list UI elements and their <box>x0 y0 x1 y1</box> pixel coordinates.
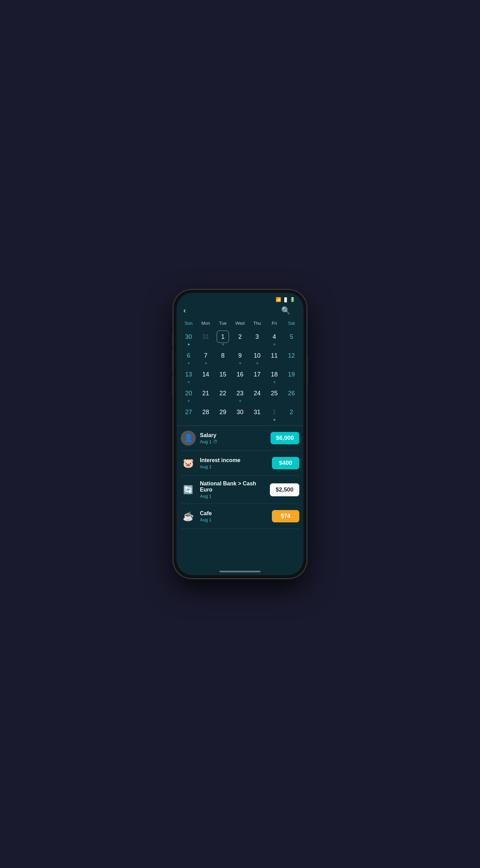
salary-amount[interactable]: $6,000 <box>271 432 299 444</box>
cal-day-number: 9 <box>234 349 246 362</box>
day-header-mon: Mon <box>197 319 214 327</box>
cal-day-0-3[interactable]: 2 <box>231 328 249 347</box>
status-icons: 📶 ▐▌ 🔋 <box>276 297 295 302</box>
day-header-sun: Sun <box>180 319 197 327</box>
cal-day-1-1[interactable]: 7 <box>197 347 214 366</box>
cal-day-1-6[interactable]: 12 <box>283 347 300 366</box>
cal-day-4-3[interactable]: 30 <box>231 404 249 423</box>
cal-day-3-1[interactable]: 21 <box>197 385 214 404</box>
cal-day-2-2[interactable]: 15 <box>214 366 231 385</box>
cal-day-number: 31 <box>251 406 263 418</box>
calendar-header: ‹ 🔍 <box>177 304 303 319</box>
cal-day-number: 8 <box>217 349 229 362</box>
cal-day-3-6[interactable]: 26 <box>283 385 300 404</box>
transfer-icon: 🔄 <box>181 482 196 497</box>
day-header-wed: Wed <box>231 319 249 327</box>
back-button[interactable]: ‹ <box>183 306 188 315</box>
cal-day-4-2[interactable]: 29 <box>214 404 231 423</box>
signal-icon: ▐▌ <box>283 297 288 302</box>
cal-day-number: 13 <box>182 368 195 381</box>
cal-day-2-3[interactable]: 16 <box>231 366 249 385</box>
day-header-sat: Sat <box>283 319 300 327</box>
cal-day-1-0[interactable]: 6 <box>180 347 197 366</box>
cal-day-1-5[interactable]: 11 <box>266 347 283 366</box>
cal-day-2-4[interactable]: 17 <box>249 366 266 385</box>
cal-day-0-5[interactable]: 4 <box>266 328 283 347</box>
cal-dot <box>256 362 258 364</box>
cal-day-3-2[interactable]: 22 <box>214 385 231 404</box>
cafe-name: Cafe <box>200 510 272 517</box>
salary-info: SalaryAug 1 ⏱ <box>200 432 271 444</box>
cal-dot <box>274 381 275 383</box>
cal-day-number: 21 <box>200 387 212 399</box>
cal-day-0-0[interactable]: 30 <box>180 328 197 347</box>
cal-day-number: 28 <box>200 406 212 418</box>
cal-dot <box>222 344 224 345</box>
cal-day-number: 5 <box>285 331 298 343</box>
interest-date: Aug 1 <box>200 464 272 469</box>
phone-screen: 📶 ▐▌ 🔋 ‹ 🔍 Sun Mon Tue Wed <box>177 293 303 575</box>
cal-day-number: 11 <box>268 349 280 362</box>
cal-day-number: 18 <box>268 368 280 381</box>
cal-dot <box>188 381 190 383</box>
cafe-amount[interactable]: $74 <box>272 510 299 522</box>
transaction-item-salary[interactable]: 👤SalaryAug 1 ⏱$6,000 <box>181 426 299 451</box>
wifi-icon: 📶 <box>276 297 281 302</box>
cafe-info: CafeAug 1 <box>200 510 272 522</box>
transfer-info: National Bank > Cash EuroAug 1 <box>200 481 270 499</box>
cal-day-3-4[interactable]: 24 <box>249 385 266 404</box>
cal-day-4-0[interactable]: 27 <box>180 404 197 423</box>
cal-dot <box>188 362 190 364</box>
status-bar: 📶 ▐▌ 🔋 <box>177 293 303 304</box>
cal-day-number: 2 <box>285 406 298 418</box>
cal-day-number: 2 <box>234 331 246 343</box>
clock-icon: ⏱ <box>213 439 217 444</box>
interest-amount[interactable]: $400 <box>272 457 299 469</box>
cal-day-4-4[interactable]: 31 <box>249 404 266 423</box>
volume-down-button <box>172 375 173 397</box>
cal-day-3-3[interactable]: 23 <box>231 385 249 404</box>
cal-day-3-0[interactable]: 20 <box>180 385 197 404</box>
cal-day-2-1[interactable]: 14 <box>197 366 214 385</box>
cal-day-1-2[interactable]: 8 <box>214 347 231 366</box>
cal-day-number: 17 <box>251 368 263 381</box>
cal-day-2-0[interactable]: 13 <box>180 366 197 385</box>
cal-day-number: 30 <box>234 406 246 418</box>
cal-day-number: 24 <box>251 387 263 399</box>
transaction-item-transfer[interactable]: 🔄National Bank > Cash EuroAug 1$2,500 <box>181 476 299 504</box>
cal-dot <box>188 344 190 345</box>
cal-day-number: 10 <box>251 349 263 362</box>
cal-day-0-4[interactable]: 3 <box>249 328 266 347</box>
cafe-icon: ☕ <box>181 509 196 524</box>
cal-day-1-3[interactable]: 9 <box>231 347 249 366</box>
cal-day-0-2[interactable]: 1 <box>214 328 231 347</box>
transfer-amount[interactable]: $2,500 <box>270 483 299 496</box>
salary-icon: 👤 <box>181 431 196 446</box>
cal-dot <box>188 400 190 402</box>
transaction-list: 👤SalaryAug 1 ⏱$6,000🐷Interest incomeAug … <box>177 426 303 566</box>
cal-day-1-4[interactable]: 10 <box>249 347 266 366</box>
cal-day-4-5[interactable]: 1 <box>266 404 283 423</box>
day-header-thu: Thu <box>249 319 266 327</box>
cal-day-2-6[interactable]: 19 <box>283 366 300 385</box>
cal-day-3-5[interactable]: 25 <box>266 385 283 404</box>
cal-day-4-1[interactable]: 28 <box>197 404 214 423</box>
cal-day-2-5[interactable]: 18 <box>266 366 283 385</box>
chevron-left-icon: ‹ <box>183 306 186 315</box>
cal-day-0-6[interactable]: 5 <box>283 328 300 347</box>
transfer-date: Aug 1 <box>200 494 270 499</box>
volume-mute-button <box>172 334 173 346</box>
transaction-item-interest[interactable]: 🐷Interest incomeAug 1$400 <box>181 451 299 476</box>
cal-day-number: 1 <box>217 331 229 343</box>
search-icon[interactable]: 🔍 <box>281 306 290 315</box>
cal-dot <box>274 344 275 345</box>
cal-day-number: 16 <box>234 368 246 381</box>
cal-dot <box>239 362 241 364</box>
cal-day-number: 4 <box>268 331 280 343</box>
cal-day-0-1[interactable]: 31 <box>197 328 214 347</box>
calendar-view: Sun Mon Tue Wed Thu Fri Sat 303112345678… <box>177 319 303 423</box>
home-indicator <box>177 566 303 575</box>
transaction-item-cafe[interactable]: ☕CafeAug 1$74 <box>181 504 299 529</box>
volume-up-button <box>172 349 173 372</box>
cal-day-4-6[interactable]: 2 <box>283 404 300 423</box>
